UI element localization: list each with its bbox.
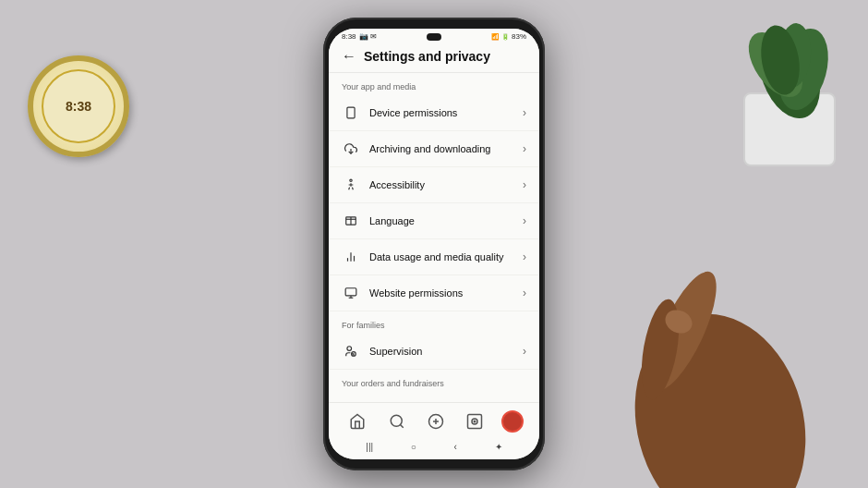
assistant-button[interactable]: ✦	[489, 440, 508, 454]
website-permissions-icon	[342, 284, 360, 302]
svg-line-26	[400, 424, 403, 427]
menu-item-device-permissions[interactable]: Device permissions ›	[329, 95, 539, 131]
profile-nav-button[interactable]	[501, 410, 524, 433]
notification-icons: 📷 ✉	[359, 32, 377, 41]
data-usage-label: Data usage and media quality	[369, 251, 523, 262]
menu-item-archiving[interactable]: Archiving and downloading ›	[329, 131, 539, 167]
clock-face: 8:38	[42, 69, 115, 143]
compose-nav-button[interactable]	[423, 409, 449, 434]
signal-icons: 📶 🔋	[491, 33, 510, 41]
language-icon	[342, 212, 360, 230]
back-button[interactable]: ←	[342, 48, 356, 65]
clock-decoration: 8:38	[28, 55, 129, 157]
archiving-icon	[342, 140, 360, 158]
plant-decoration	[729, 18, 850, 166]
chevron-icon: ›	[523, 106, 526, 119]
menu-item-data-usage[interactable]: Data usage and media quality ›	[329, 239, 539, 275]
hand-overlay	[573, 192, 813, 488]
chevron-icon: ›	[523, 178, 526, 191]
nav-icons-row	[329, 409, 539, 434]
svg-point-25	[391, 415, 402, 426]
back-sys-button[interactable]: ‹	[449, 440, 463, 454]
svg-rect-9	[347, 107, 355, 118]
device-permissions-icon	[342, 104, 360, 122]
website-permissions-label: Website permissions	[369, 287, 523, 299]
reels-nav-button[interactable]	[462, 409, 488, 434]
section-label-app-media: Your app and media	[329, 73, 539, 95]
menu-item-website-permissions[interactable]: Website permissions ›	[329, 275, 539, 311]
chevron-icon: ›	[523, 250, 526, 263]
search-nav-button[interactable]	[384, 409, 410, 434]
time-display: 8:38	[342, 32, 356, 41]
system-nav-row: ||| ○ ‹ ✦	[329, 436, 539, 456]
menu-item-supervision[interactable]: Supervision ›	[329, 334, 539, 370]
camera-cutout	[427, 33, 441, 41]
plant-leaves	[729, 18, 850, 129]
language-label: Language	[369, 215, 523, 226]
supervision-icon	[342, 342, 360, 360]
page-title: Settings and privacy	[364, 49, 490, 64]
accessibility-icon	[342, 176, 360, 194]
status-right: 📶 🔋 83%	[491, 32, 526, 41]
settings-content: Your app and media Device permissions › …	[329, 73, 539, 402]
bottom-navigation: ||| ○ ‹ ✦	[329, 402, 539, 459]
svg-point-32	[475, 421, 476, 422]
section-label-orders: Your orders and fundraisers	[329, 370, 539, 392]
home-nav-button[interactable]	[344, 409, 370, 434]
app-header: ← Settings and privacy	[329, 43, 539, 73]
chevron-icon: ›	[523, 214, 526, 227]
svg-rect-18	[345, 288, 356, 296]
chevron-icon: ›	[523, 287, 526, 299]
accessibility-label: Accessibility	[369, 179, 523, 190]
menu-item-orders-payments[interactable]: Orders and payments ›	[329, 392, 539, 402]
scene: 8:38 8:38 📷	[0, 0, 868, 488]
hand-svg	[573, 192, 813, 488]
svg-point-5	[611, 295, 813, 488]
device-permissions-label: Device permissions	[369, 107, 523, 118]
menu-item-accessibility[interactable]: Accessibility ›	[329, 167, 539, 203]
section-label-families: For families	[329, 311, 539, 334]
phone-screen: 8:38 📷 ✉ 📶 🔋 83% ← Settings and privacy …	[329, 29, 539, 459]
chevron-icon: ›	[523, 142, 526, 155]
home-button[interactable]: ○	[405, 440, 422, 454]
phone: 8:38 📷 ✉ 📶 🔋 83% ← Settings and privacy …	[323, 18, 545, 470]
supervision-label: Supervision	[369, 346, 523, 357]
menu-item-language[interactable]: Language ›	[329, 203, 539, 239]
status-left: 8:38 📷 ✉	[342, 32, 377, 41]
svg-point-21	[347, 347, 352, 351]
chevron-icon: ›	[523, 345, 526, 358]
recents-button[interactable]: |||	[360, 440, 379, 454]
svg-point-12	[350, 179, 352, 181]
status-bar: 8:38 📷 ✉ 📶 🔋 83%	[329, 29, 539, 43]
archiving-label: Archiving and downloading	[369, 143, 523, 154]
battery-display: 83%	[512, 32, 526, 41]
data-usage-icon	[342, 248, 360, 266]
